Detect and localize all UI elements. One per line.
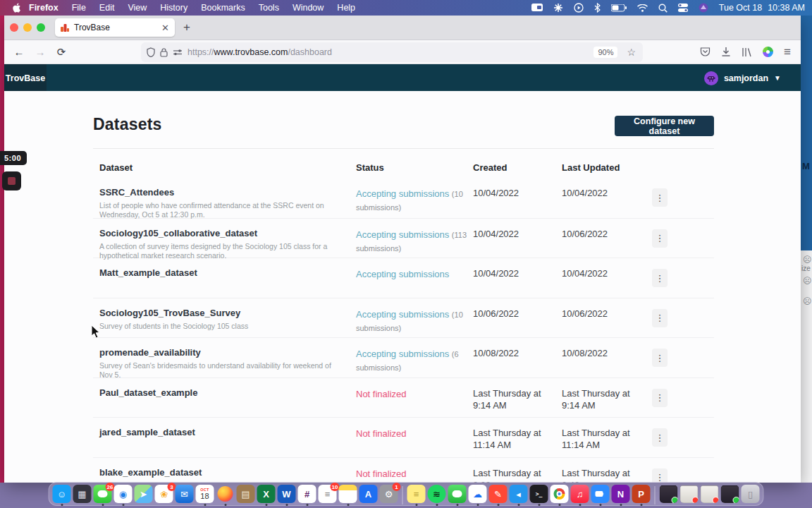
user-menu[interactable]: samjordan ▼ [704, 71, 801, 85]
dock-finder[interactable]: ☺ [53, 485, 71, 506]
table-row[interactable]: Sociology105_TrovBase_Survey Survey of s… [93, 298, 714, 338]
trovbase-logo[interactable]: TrovBase [4, 64, 47, 92]
dock-excel[interactable]: X [257, 485, 276, 506]
control-center-icon[interactable] [678, 4, 688, 12]
dataset-name[interactable]: Matt_example_dataset [99, 267, 356, 278]
dock-notes[interactable] [339, 485, 357, 506]
bluetooth-icon[interactable] [594, 3, 601, 13]
dock-apple-music[interactable]: ♫ [571, 485, 589, 506]
shield-icon[interactable] [147, 47, 155, 57]
dataset-name[interactable]: Sociology105_TrovBase_Survey [99, 308, 356, 318]
dock-maps[interactable]: ➤ [135, 485, 153, 506]
new-tab-button[interactable]: + [183, 20, 190, 35]
dock-app-store[interactable]: A [359, 485, 378, 506]
configure-new-dataset-button[interactable]: Configure new dataset [615, 116, 714, 136]
forward-button[interactable]: → [31, 43, 49, 61]
dock-onedrive[interactable]: ☁ [469, 485, 487, 506]
menu-history[interactable]: History [160, 3, 187, 13]
table-row[interactable]: Sociology105_collaborative_dataset A col… [93, 218, 714, 258]
settings-asterisk-icon[interactable] [553, 3, 563, 13]
table-row[interactable]: jared_sample_dataset Not finalized Last … [93, 417, 714, 457]
browser-tab[interactable]: TrovBase ✕ [55, 18, 175, 37]
now-playing-icon[interactable] [574, 3, 584, 13]
dock-whatsapp[interactable] [448, 485, 467, 506]
menu-bookmarks[interactable]: Bookmarks [201, 3, 245, 13]
dock-photos[interactable]: ❀3 [155, 485, 173, 506]
library-icon[interactable] [742, 47, 752, 57]
menu-tools[interactable]: Tools [259, 3, 279, 13]
dataset-name[interactable]: Sociology105_collaborative_dataset [99, 228, 356, 238]
dock-word[interactable]: W [278, 485, 296, 506]
dock-trash[interactable]: ▯ [742, 485, 760, 506]
dock-chrome[interactable] [550, 485, 569, 506]
dock-minimized-window-1[interactable] [660, 485, 678, 506]
dock-minimized-window-4[interactable] [721, 485, 739, 506]
dock-terminal[interactable]: >_ [530, 485, 548, 506]
url-bar[interactable]: https://www.trovbase.com/dashboard 90% ☆ [141, 42, 643, 62]
menu-view[interactable]: View [128, 3, 147, 13]
dataset-name[interactable]: Paul_dataset_example [99, 387, 356, 398]
table-row[interactable]: Matt_example_dataset Accepting submissio… [93, 258, 714, 298]
spotlight-search-icon[interactable] [658, 4, 668, 13]
row-menu-button[interactable]: ⋮ [652, 468, 668, 483]
zoom-level-badge[interactable]: 90% [593, 47, 617, 58]
dock-minimized-window-3[interactable] [701, 485, 719, 506]
dock-powerpoint[interactable]: P [632, 485, 651, 506]
dock-spotify[interactable]: ≋ [428, 485, 446, 506]
minimize-window-button[interactable] [23, 23, 32, 32]
dataset-name[interactable]: promenade_availability [99, 347, 356, 358]
row-menu-button[interactable]: ⋮ [652, 309, 668, 327]
permissions-icon[interactable] [173, 48, 183, 56]
apple-menu-icon[interactable] [13, 3, 22, 13]
table-row[interactable]: blake_example_dataset Not finalized Last… [93, 457, 714, 483]
table-row[interactable]: Paul_dataset_example Not finalized Last … [93, 377, 714, 418]
dock-onenote[interactable]: N [612, 485, 630, 506]
row-menu-button[interactable]: ⋮ [652, 188, 668, 207]
dataset-name[interactable]: jared_sample_dataset [99, 427, 356, 437]
dock-launchpad[interactable]: ▦ [73, 485, 92, 506]
menu-firefox[interactable]: Firefox [29, 3, 59, 13]
dock-reminders[interactable]: ≡10 [319, 485, 337, 506]
app-menu-icon[interactable]: ≡ [784, 45, 791, 59]
menu-edit[interactable]: Edit [99, 3, 115, 13]
menubar-clock[interactable]: Tue Oct 18 10:38 AM [719, 3, 805, 13]
menu-window[interactable]: Window [293, 3, 324, 13]
dataset-name[interactable]: SSRC_Attendees [99, 187, 356, 198]
dock-contacts[interactable]: ▤ [237, 485, 255, 506]
row-menu-button[interactable]: ⋮ [652, 229, 668, 248]
dock-calendar[interactable]: OCT18 [196, 485, 214, 506]
row-menu-button[interactable]: ⋮ [652, 389, 668, 407]
dock-slack[interactable]: # [298, 485, 316, 506]
battery-icon[interactable] [611, 4, 627, 12]
zoom-window-button[interactable] [37, 23, 45, 32]
extension-pinwheel-icon[interactable] [763, 47, 773, 57]
wifi-icon[interactable] [637, 4, 648, 12]
dock-stickies[interactable]: ≡ [407, 485, 426, 506]
downloads-icon[interactable] [721, 47, 731, 57]
table-row[interactable]: promenade_availability Survey of Sean's … [93, 337, 714, 377]
menu-file[interactable]: File [72, 3, 86, 13]
lock-icon[interactable] [160, 47, 168, 57]
dock-mail[interactable]: ✉ [176, 485, 194, 506]
bookmark-star-icon[interactable]: ☆ [627, 47, 636, 58]
tab-close-icon[interactable]: ✕ [161, 23, 169, 33]
dock-system-preferences[interactable]: ⚙1 [380, 485, 398, 506]
menu-help[interactable]: Help [337, 3, 355, 13]
dock-safari[interactable]: ◉ [114, 485, 133, 506]
row-menu-button[interactable]: ⋮ [652, 428, 668, 447]
dock-minimized-window-2[interactable] [680, 485, 699, 506]
dataset-name[interactable]: blake_example_dataset [99, 467, 356, 478]
dock-vscode[interactable]: ◂ [510, 485, 528, 506]
row-menu-button[interactable]: ⋮ [652, 269, 668, 287]
pocket-icon[interactable] [700, 47, 710, 57]
dock-editor-red[interactable]: ✎ [489, 485, 508, 506]
close-window-button[interactable] [10, 23, 18, 32]
row-menu-button[interactable]: ⋮ [652, 349, 668, 367]
dock-messages[interactable]: 26 [94, 485, 112, 506]
screen-mirroring-icon[interactable] [531, 4, 543, 12]
dock-firefox[interactable] [216, 485, 235, 506]
dock-zoom[interactable] [591, 485, 610, 506]
app-dot-icon[interactable] [699, 3, 708, 13]
stop-recording-button[interactable] [2, 171, 21, 190]
reload-button[interactable]: ⟳ [52, 43, 70, 61]
